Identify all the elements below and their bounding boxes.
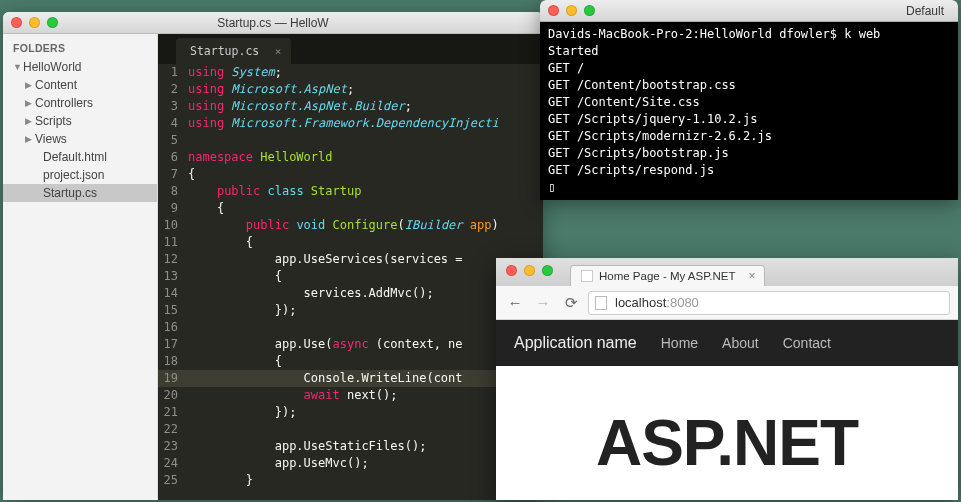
code-line[interactable]: 21 }); — [158, 404, 543, 421]
tree-file[interactable]: Startup.cs — [3, 184, 157, 202]
editor-window-title: Startup.cs — HelloW — [217, 16, 328, 30]
code-line[interactable]: 16 — [158, 319, 543, 336]
code-line[interactable]: 17 app.Use(async (context, ne — [158, 336, 543, 353]
code-line[interactable]: 5 — [158, 132, 543, 149]
terminal-line: GET /Scripts/respond.js — [548, 162, 950, 179]
code-line[interactable]: 2using Microsoft.AspNet; — [158, 81, 543, 98]
sidebar-header: FOLDERS — [3, 40, 157, 58]
code-editor: Startup.cs × 1using System;2using Micros… — [158, 34, 543, 500]
line-number: 16 — [158, 319, 188, 336]
tree-folder[interactable]: ▶Views — [3, 130, 157, 148]
url-host: localhost — [615, 295, 666, 310]
code-line[interactable]: 24 app.UseMvc(); — [158, 455, 543, 472]
code-text: app.UseStaticFiles(); — [188, 438, 426, 455]
page-content: Application name Home About Contact ASP.… — [496, 320, 958, 500]
nav-link-about[interactable]: About — [722, 335, 759, 351]
code-line[interactable]: 22 — [158, 421, 543, 438]
address-bar[interactable]: localhost:8080 — [588, 291, 950, 315]
nav-link-contact[interactable]: Contact — [783, 335, 831, 351]
code-line[interactable]: 19 Console.WriteLine(cont — [158, 370, 543, 387]
close-tab-icon[interactable]: × — [275, 45, 282, 58]
maximize-icon[interactable] — [47, 17, 58, 28]
code-text: public class Startup — [188, 183, 361, 200]
line-number: 24 — [158, 455, 188, 472]
site-navbar: Application name Home About Contact — [496, 320, 958, 366]
tab-label: Startup.cs — [190, 44, 259, 58]
code-line[interactable]: 8 public class Startup — [158, 183, 543, 200]
code-line[interactable]: 9 { — [158, 200, 543, 217]
browser-toolbar: ← → ⟳ localhost:8080 — [496, 286, 958, 320]
terminal-line: GET /Content/bootstrap.css — [548, 77, 950, 94]
code-line[interactable]: 23 app.UseStaticFiles(); — [158, 438, 543, 455]
line-number: 10 — [158, 217, 188, 234]
tree-file-label: Default.html — [43, 150, 107, 164]
favicon-icon — [581, 270, 593, 282]
minimize-icon[interactable] — [29, 17, 40, 28]
tree-folder-label: Views — [35, 132, 67, 146]
tree-root[interactable]: ▼ HelloWorld — [3, 58, 157, 76]
tree-folder[interactable]: ▶Scripts — [3, 112, 157, 130]
maximize-icon[interactable] — [584, 5, 595, 16]
line-number: 12 — [158, 251, 188, 268]
close-icon[interactable] — [548, 5, 559, 16]
code-line[interactable]: 20 await next(); — [158, 387, 543, 404]
editor-tab[interactable]: Startup.cs × — [176, 38, 291, 64]
code-content[interactable]: 1using System;2using Microsoft.AspNet;3u… — [158, 64, 543, 500]
maximize-icon[interactable] — [542, 265, 553, 276]
minimize-icon[interactable] — [566, 5, 577, 16]
tree-folder-label: Scripts — [35, 114, 72, 128]
line-number: 21 — [158, 404, 188, 421]
code-line[interactable]: 15 }); — [158, 302, 543, 319]
terminal-cursor: ▯ — [548, 179, 950, 196]
code-line[interactable]: 13 { — [158, 268, 543, 285]
terminal-line: GET /Scripts/modernizr-2.6.2.js — [548, 128, 950, 145]
code-text: using Microsoft.Framework.DependencyInje… — [188, 115, 499, 132]
terminal-title: Default — [906, 4, 944, 18]
close-tab-icon[interactable]: × — [749, 269, 756, 283]
url-port: :8080 — [666, 295, 699, 310]
terminal-titlebar[interactable]: Default — [540, 0, 958, 22]
code-line[interactable]: 3using Microsoft.AspNet.Builder; — [158, 98, 543, 115]
close-icon[interactable] — [11, 17, 22, 28]
line-number: 6 — [158, 149, 188, 166]
tree-file-label: Startup.cs — [43, 186, 97, 200]
code-line[interactable]: 7{ — [158, 166, 543, 183]
line-number: 18 — [158, 353, 188, 370]
code-line[interactable]: 14 services.AddMvc(); — [158, 285, 543, 302]
reload-button[interactable]: ⟳ — [560, 292, 582, 314]
site-brand[interactable]: Application name — [514, 334, 637, 352]
code-text: }); — [188, 302, 296, 319]
hero-heading: ASP.NET — [516, 406, 938, 480]
line-number: 15 — [158, 302, 188, 319]
chevron-right-icon: ▶ — [25, 134, 35, 144]
code-text: namespace HelloWorld — [188, 149, 333, 166]
code-text: }); — [188, 404, 296, 421]
code-line[interactable]: 11 { — [158, 234, 543, 251]
line-number: 8 — [158, 183, 188, 200]
close-icon[interactable] — [506, 265, 517, 276]
code-line[interactable]: 4using Microsoft.Framework.DependencyInj… — [158, 115, 543, 132]
code-line[interactable]: 18 { — [158, 353, 543, 370]
back-button[interactable]: ← — [504, 292, 526, 314]
terminal-window: Default Davids-MacBook-Pro-2:HelloWorld … — [540, 0, 958, 200]
code-line[interactable]: 1using System; — [158, 64, 543, 81]
nav-link-home[interactable]: Home — [661, 335, 698, 351]
forward-button[interactable]: → — [532, 292, 554, 314]
tree-folder-label: Content — [35, 78, 77, 92]
tree-folder[interactable]: ▶Controllers — [3, 94, 157, 112]
code-line[interactable]: 6namespace HelloWorld — [158, 149, 543, 166]
editor-window: Startup.cs — HelloW FOLDERS ▼ HelloWorld… — [3, 12, 543, 500]
code-line[interactable]: 12 app.UseServices(services = — [158, 251, 543, 268]
tree-file[interactable]: Default.html — [3, 148, 157, 166]
terminal-line: Started — [548, 43, 950, 60]
code-line[interactable]: 10 public void Configure(IBuilder app) — [158, 217, 543, 234]
code-text: app.UseMvc(); — [188, 455, 369, 472]
tree-file[interactable]: project.json — [3, 166, 157, 184]
terminal-output[interactable]: Davids-MacBook-Pro-2:HelloWorld dfowler$… — [540, 22, 958, 200]
minimize-icon[interactable] — [524, 265, 535, 276]
tree-folder[interactable]: ▶Content — [3, 76, 157, 94]
code-text: { — [188, 234, 253, 251]
editor-titlebar[interactable]: Startup.cs — HelloW — [3, 12, 543, 34]
browser-tab[interactable]: Home Page - My ASP.NET × — [570, 265, 765, 286]
code-line[interactable]: 25 } — [158, 472, 543, 489]
